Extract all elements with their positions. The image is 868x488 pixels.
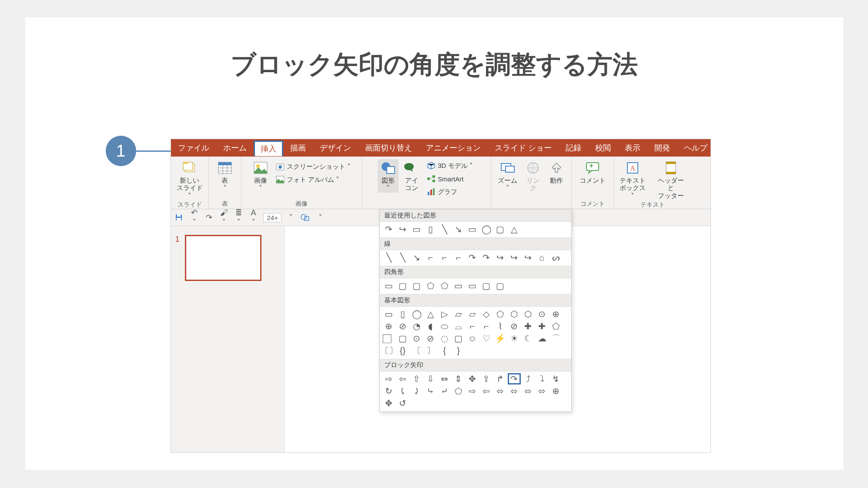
shape-item[interactable]: ▭ bbox=[382, 280, 395, 291]
shape-item[interactable]: ⤴ bbox=[522, 373, 535, 384]
shape-item[interactable]: ✥ bbox=[466, 373, 479, 384]
comment-button[interactable]: コメント bbox=[577, 159, 608, 185]
shape-item[interactable]: ⇕ bbox=[452, 373, 465, 384]
shape-item[interactable]: ⬠ bbox=[550, 321, 563, 332]
shape-item[interactable]: ▷ bbox=[438, 308, 451, 320]
shape-item[interactable]: ↷ bbox=[466, 252, 479, 263]
shape-item[interactable]: ⬄ bbox=[522, 385, 535, 397]
shape-item[interactable]: ◔ bbox=[410, 321, 423, 332]
shape-item[interactable]: ↺ bbox=[396, 398, 409, 409]
tab-animations[interactable]: アニメーション bbox=[419, 139, 488, 157]
shape-item[interactable]: 〔 bbox=[410, 345, 423, 356]
shape-item[interactable]: ⊘ bbox=[508, 321, 521, 332]
shape-item[interactable]: ⬠ bbox=[452, 385, 465, 397]
tab-draw[interactable]: 描画 bbox=[283, 139, 313, 157]
shape-item[interactable]: ↱ bbox=[494, 373, 507, 384]
shape-item[interactable]: ⊘ bbox=[424, 333, 437, 344]
shape-item[interactable]: △ bbox=[508, 224, 521, 235]
tab-developer[interactable]: 開発 bbox=[647, 139, 677, 157]
shape-item[interactable]: ◇ bbox=[480, 308, 493, 320]
shape-item[interactable]: ⤹ bbox=[396, 385, 409, 397]
shape-item[interactable]: ◯ bbox=[410, 308, 423, 320]
shape-item[interactable]: ⤸ bbox=[410, 385, 423, 397]
link-button[interactable]: リン ク bbox=[523, 159, 543, 193]
shape-item[interactable]: {} bbox=[396, 345, 409, 356]
shape-item[interactable]: ⬄ bbox=[536, 385, 549, 397]
list-icon[interactable]: ≣ ˅ bbox=[234, 208, 244, 227]
shape-item[interactable]: ⇦ bbox=[396, 373, 409, 384]
shape-item[interactable]: ⬄ bbox=[494, 385, 507, 397]
icons-button[interactable]: アイ コン bbox=[401, 159, 422, 193]
shape-item[interactable]: ⤶ bbox=[438, 385, 451, 397]
new-slide-button[interactable]: 新しい スライド ˅ bbox=[173, 159, 207, 200]
3d-model-button[interactable]: 3D モデル ˅ bbox=[425, 160, 475, 171]
shape-item[interactable]: ⊙ bbox=[410, 333, 423, 344]
shape-item[interactable]: △ bbox=[424, 308, 437, 320]
shape-item[interactable]: ↘ bbox=[452, 224, 465, 235]
shape-item[interactable]: ⌐ bbox=[424, 252, 437, 263]
shape-item[interactable]: ᔕ bbox=[550, 252, 563, 263]
shape-item[interactable]: ⇩ bbox=[424, 373, 437, 384]
shape-item[interactable]: ⬠ bbox=[424, 280, 437, 291]
qat-chevron-icon[interactable]: ˅ bbox=[315, 213, 326, 222]
shape-item[interactable]: ⌐ bbox=[480, 321, 493, 332]
shape-item[interactable]: ✚ bbox=[536, 321, 549, 332]
shape-item[interactable]: ◖ bbox=[424, 321, 437, 332]
format-painter-icon[interactable]: 🖌 ˅ bbox=[219, 208, 229, 227]
shape-item[interactable]: ⌐ bbox=[466, 321, 479, 332]
shape-item[interactable]: ⬡ bbox=[508, 308, 521, 320]
shape-item[interactable]: ☾ bbox=[522, 333, 535, 344]
image-button[interactable]: 画像 ˅ bbox=[250, 159, 271, 193]
tab-transitions[interactable]: 画面切り替え bbox=[358, 139, 419, 157]
shape-item[interactable]: ♡ bbox=[480, 333, 493, 344]
shape-item[interactable]: ↯ bbox=[550, 373, 563, 384]
shape-item[interactable]: ▭ bbox=[382, 308, 395, 320]
chart-button[interactable]: グラフ bbox=[425, 186, 475, 197]
shape-item[interactable]: ▢ bbox=[494, 224, 507, 235]
zoom-button[interactable]: ズーム ˅ bbox=[495, 159, 520, 193]
shape-item[interactable]: ▢ bbox=[494, 280, 507, 291]
shape-item[interactable]: ⤵ bbox=[536, 373, 549, 384]
redo-icon[interactable]: ↷ bbox=[204, 213, 214, 222]
shape-item[interactable]: ⚡ bbox=[494, 333, 507, 344]
shape-item[interactable]: ◯ bbox=[480, 224, 493, 235]
shape-item[interactable]: ⌒ bbox=[550, 333, 563, 344]
shape-item[interactable]: ⃞ bbox=[382, 333, 395, 344]
shape-item[interactable]: ⊕ bbox=[550, 308, 563, 320]
shape-item[interactable]: ⇪ bbox=[480, 373, 493, 384]
shape-item[interactable]: ⇦ bbox=[480, 385, 493, 397]
shape-item[interactable]: ▢ bbox=[410, 280, 423, 291]
shape-item[interactable]: ▢ bbox=[396, 280, 409, 291]
shape-item[interactable]: ◌ bbox=[438, 333, 451, 344]
shape-item[interactable]: ▱ bbox=[466, 308, 479, 320]
shape-item[interactable]: 〕 bbox=[424, 345, 437, 356]
shape-item[interactable]: ▭ bbox=[466, 224, 479, 235]
font-size-box[interactable]: 24+ bbox=[263, 213, 282, 222]
shape-qat-icon[interactable] bbox=[301, 214, 311, 221]
shape-item[interactable]: ▭ bbox=[452, 280, 465, 291]
shape-item[interactable]: ⊘ bbox=[396, 321, 409, 332]
shape-item[interactable]: ↪ bbox=[508, 252, 521, 263]
shape-item[interactable]: ╲ bbox=[438, 224, 451, 235]
shape-uturn-arrow[interactable]: ↷ bbox=[508, 373, 521, 384]
shape-item[interactable]: ⇧ bbox=[410, 373, 423, 384]
slide-thumb-1[interactable] bbox=[185, 235, 261, 281]
tab-insert[interactable]: 挿入 bbox=[254, 140, 283, 156]
shape-item[interactable]: ⌂ bbox=[536, 252, 549, 263]
undo-icon[interactable]: ↶ ˅ bbox=[189, 208, 200, 227]
textbox-button[interactable]: A テキスト ボックス˅ bbox=[616, 159, 650, 200]
tab-record[interactable]: 記録 bbox=[559, 139, 588, 157]
shape-item[interactable]: ↪ bbox=[396, 224, 409, 235]
tab-design[interactable]: デザイン bbox=[313, 139, 358, 157]
shapes-button[interactable]: 図形 ˅ bbox=[378, 159, 399, 193]
shape-item[interactable]: ▭ bbox=[410, 224, 423, 235]
shape-item[interactable]: ✚ bbox=[522, 321, 535, 332]
shape-item[interactable]: ⊕ bbox=[382, 321, 395, 332]
tab-file[interactable]: ファイル bbox=[171, 139, 216, 157]
header-footer-button[interactable]: ヘッダーと フッター bbox=[652, 159, 689, 200]
shape-item[interactable]: ⇨ bbox=[466, 385, 479, 397]
tab-home[interactable]: ホーム bbox=[216, 139, 254, 157]
shape-item[interactable]: ⬡ bbox=[522, 308, 535, 320]
shape-item[interactable]: ☁ bbox=[536, 333, 549, 344]
shape-item[interactable]: ↪ bbox=[494, 252, 507, 263]
